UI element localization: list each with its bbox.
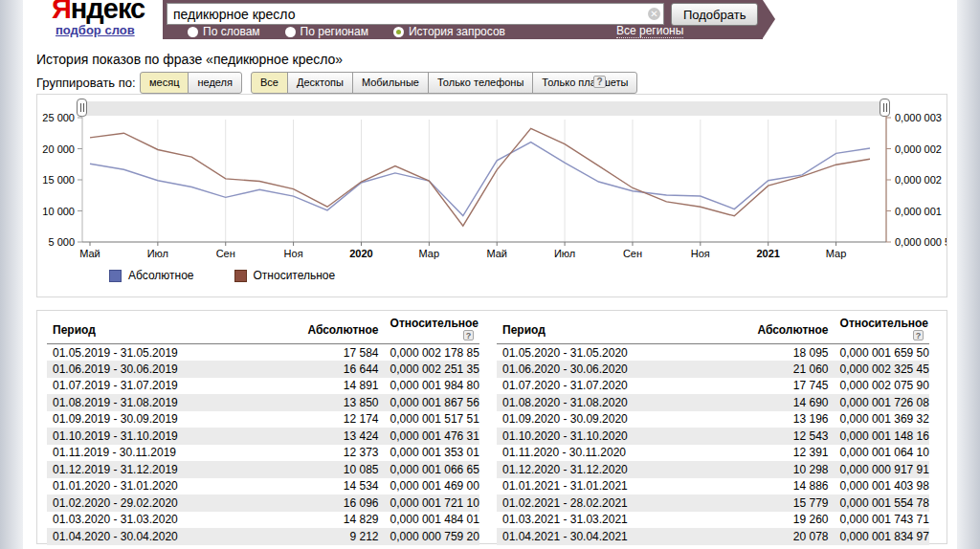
svg-text:2021: 2021: [756, 248, 779, 259]
tab-month[interactable]: месяц: [140, 72, 189, 94]
cell-relative: 0,000 002 325 457: [835, 361, 929, 378]
cell-absolute: 12 174: [298, 411, 384, 428]
radio-selected-icon[interactable]: [393, 27, 404, 37]
svg-text:0,000 003: 0,000 003: [895, 112, 942, 123]
table-row: 01.06.2019 - 30.06.201916 6440,000 002 2…: [47, 361, 479, 378]
mode-label: По регионам: [301, 25, 368, 38]
group-by-label: Группировать по:: [36, 76, 136, 90]
cell-absolute: 14 534: [298, 478, 384, 495]
mode-label: История запросов: [409, 25, 505, 38]
cell-period: 01.02.2021 - 28.02.2021: [497, 494, 747, 512]
tab-phones-only[interactable]: Только телефоны: [428, 72, 533, 94]
table-row: 01.10.2019 - 31.10.201913 4240,000 001 4…: [47, 428, 479, 445]
cell-relative: 0,000 001 726 085: [835, 394, 929, 411]
help-icon[interactable]: ?: [463, 330, 474, 340]
tab-desktops[interactable]: Десктопы: [287, 72, 353, 94]
cell-relative: 0,000 001 469 007: [385, 478, 479, 495]
mode-by-words[interactable]: По словам: [188, 25, 260, 38]
cell-relative: 0,000 001 064 107: [835, 445, 929, 462]
cell-absolute: 12 543: [747, 428, 834, 445]
col-relative: Относительное?: [835, 317, 929, 344]
radio-icon[interactable]: [188, 27, 198, 37]
cell-absolute: 16 644: [298, 361, 384, 378]
cell-period: 01.01.2020 - 31.01.2020: [47, 478, 298, 495]
cell-relative: 0,000 001 476 318: [385, 428, 479, 445]
cell-relative: 0,000 001 369 328: [835, 411, 929, 428]
yandex-logo[interactable]: Яндекс: [52, 0, 145, 25]
clear-input-icon[interactable]: ✕: [648, 8, 660, 20]
cell-relative: 0,000 001 066 659: [385, 461, 479, 478]
history-tables-panel: Период Абсолютное Относительное? 01.05.2…: [36, 310, 947, 544]
all-regions-link[interactable]: Все регионы: [616, 24, 683, 38]
cell-relative: 0,000 001 984 802: [385, 378, 479, 395]
table-header-row: Период Абсолютное Относительное?: [497, 317, 929, 344]
mode-query-history[interactable]: История запросов: [393, 25, 505, 38]
service-link-wordstat[interactable]: подбор слов: [56, 23, 135, 37]
col-relative: Относительное?: [385, 317, 479, 344]
logo-ya-letter: Я: [52, 0, 71, 24]
table-row: 01.08.2020 - 31.08.202014 6900,000 001 7…: [497, 394, 929, 411]
cell-absolute: 12 373: [298, 445, 384, 462]
tab-all-devices[interactable]: Все: [251, 72, 288, 94]
table-row: 01.05.2019 - 31.05.201917 5840,000 002 1…: [47, 344, 479, 362]
cell-absolute: 12 391: [747, 445, 834, 462]
col-absolute: Абсолютное: [747, 317, 834, 344]
tab-tablets-only[interactable]: Только планшеты: [532, 72, 637, 94]
cell-absolute: 17 745: [747, 378, 834, 395]
table-row: 01.07.2020 - 31.07.202017 7450,000 002 0…: [497, 378, 929, 395]
svg-text:0,000 000 5: 0,000 000 5: [895, 236, 947, 248]
mode-by-regions[interactable]: По регионам: [285, 25, 368, 38]
svg-text:Ноя: Ноя: [691, 248, 710, 259]
cell-relative: 0,000 001 403 980: [835, 478, 929, 495]
cell-period: 01.10.2020 - 31.10.2020: [497, 428, 747, 445]
cell-absolute: 9 212: [298, 528, 384, 545]
history-chart-panel: 25 00020 00015 00010 0005 0000,000 0030,…: [36, 94, 947, 297]
tab-week[interactable]: неделя: [188, 72, 242, 94]
col-period: Период: [497, 317, 747, 344]
cell-relative: 0,000 001 659 502: [835, 344, 929, 362]
legend-item-relative: Относительное: [234, 269, 336, 282]
cell-relative: 0,000 001 148 167: [835, 428, 929, 445]
table-row: 01.03.2021 - 31.03.202119 2600,000 001 7…: [497, 512, 929, 529]
help-icon[interactable]: ?: [593, 76, 606, 88]
svg-text:0,000 001: 0,000 001: [895, 206, 942, 217]
history-table-2019-2020: Период Абсолютное Относительное? 01.05.2…: [47, 317, 479, 545]
mode-label: По словам: [203, 25, 260, 38]
table-row: 01.01.2020 - 31.01.202014 5340,000 001 4…: [47, 478, 479, 495]
cell-absolute: 17 584: [298, 344, 384, 362]
chart-legend: Абсолютное Относительное: [109, 269, 335, 282]
cell-period: 01.10.2019 - 31.10.2019: [47, 428, 298, 445]
background-strip-left: [0, 0, 23, 549]
svg-text:Май: Май: [79, 248, 100, 259]
svg-text:Май: Май: [486, 248, 507, 259]
table-row: 01.09.2020 - 30.09.202013 1960,000 001 3…: [497, 411, 929, 428]
cell-period: 01.09.2020 - 30.09.2020: [497, 411, 747, 428]
cell-absolute: 19 260: [747, 512, 834, 529]
table-row: 01.02.2021 - 28.02.202115 7790,000 001 5…: [497, 494, 929, 512]
svg-text:Мар: Мар: [419, 248, 440, 259]
cell-absolute: 13 196: [747, 411, 834, 428]
cell-absolute: 13 424: [298, 428, 384, 445]
submit-button[interactable]: Подобрать: [671, 3, 758, 26]
cell-absolute: 20 078: [747, 528, 834, 545]
cell-absolute: 16 096: [298, 494, 384, 512]
col-absolute: Абсолютное: [298, 317, 384, 344]
cell-absolute: 15 779: [747, 494, 834, 512]
legend-swatch-relative: [234, 270, 247, 282]
cell-relative: 0,000 002 178 859: [385, 344, 479, 362]
cell-absolute: 10 298: [747, 461, 834, 478]
col-period: Период: [47, 317, 298, 344]
search-input[interactable]: [167, 3, 664, 25]
svg-text:Мар: Мар: [826, 248, 847, 259]
cell-period: 01.08.2019 - 31.08.2019: [47, 394, 298, 411]
wordstat-page: Яндекс подбор слов ✕ Подобрать По словам…: [0, 0, 980, 549]
cell-absolute: 13 850: [298, 394, 384, 411]
radio-icon[interactable]: [285, 27, 296, 37]
cell-period: 01.11.2020 - 30.11.2020: [497, 445, 747, 462]
tab-mobile[interactable]: Мобильные: [352, 72, 429, 94]
help-icon[interactable]: ?: [913, 330, 924, 340]
table-row: 01.11.2020 - 30.11.202012 3910,000 001 0…: [497, 445, 929, 462]
cell-period: 01.02.2020 - 29.02.2020: [47, 494, 298, 512]
table-row: 01.05.2020 - 31.05.202018 0950,000 001 6…: [497, 344, 929, 362]
table-row: 01.08.2019 - 31.08.201913 8500,000 001 8…: [47, 394, 479, 411]
